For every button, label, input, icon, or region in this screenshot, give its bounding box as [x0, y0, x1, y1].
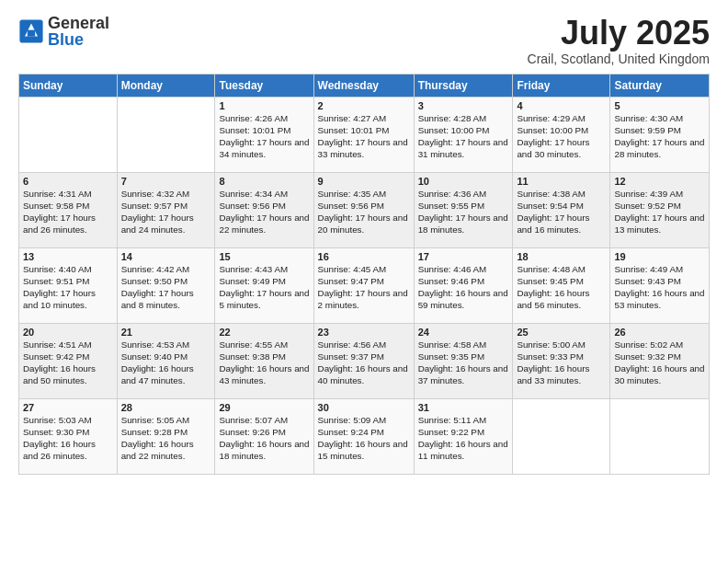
table-row: [610, 398, 710, 474]
day-number: 7: [121, 176, 211, 187]
day-number: 21: [121, 327, 211, 338]
table-row: 22Sunrise: 4:55 AM Sunset: 9:38 PM Dayli…: [215, 323, 313, 398]
table-row: 29Sunrise: 5:07 AM Sunset: 9:26 PM Dayli…: [215, 398, 313, 474]
page: General Blue July 2025 Crail, Scotland, …: [0, 0, 728, 563]
day-number: 8: [219, 176, 309, 187]
calendar-table: Sunday Monday Tuesday Wednesday Thursday…: [18, 74, 710, 475]
table-row: 1Sunrise: 4:26 AM Sunset: 10:01 PM Dayli…: [215, 97, 313, 172]
col-monday: Monday: [117, 74, 215, 97]
day-info: Sunrise: 4:32 AM Sunset: 9:57 PM Dayligh…: [121, 188, 211, 236]
day-info: Sunrise: 4:36 AM Sunset: 9:55 PM Dayligh…: [418, 188, 509, 236]
day-number: 31: [418, 402, 509, 413]
calendar-week-row: 27Sunrise: 5:03 AM Sunset: 9:30 PM Dayli…: [19, 398, 710, 474]
day-number: 12: [614, 176, 705, 187]
logo-blue-text: Blue: [48, 31, 109, 48]
day-info: Sunrise: 4:49 AM Sunset: 9:43 PM Dayligh…: [614, 263, 705, 312]
day-info: Sunrise: 5:07 AM Sunset: 9:26 PM Dayligh…: [219, 414, 309, 463]
day-info: Sunrise: 4:43 AM Sunset: 9:49 PM Dayligh…: [219, 263, 309, 312]
day-info: Sunrise: 5:03 AM Sunset: 9:30 PM Dayligh…: [23, 414, 113, 463]
table-row: 30Sunrise: 5:09 AM Sunset: 9:24 PM Dayli…: [313, 398, 414, 474]
table-row: 16Sunrise: 4:45 AM Sunset: 9:47 PM Dayli…: [313, 247, 414, 323]
col-sunday: Sunday: [19, 74, 118, 97]
table-row: 14Sunrise: 4:42 AM Sunset: 9:50 PM Dayli…: [117, 247, 215, 323]
day-number: 30: [318, 402, 410, 413]
day-number: 11: [517, 176, 606, 187]
table-row: 24Sunrise: 4:58 AM Sunset: 9:35 PM Dayli…: [414, 323, 513, 398]
day-info: Sunrise: 5:02 AM Sunset: 9:32 PM Dayligh…: [614, 339, 705, 387]
day-number: 22: [219, 327, 309, 338]
col-thursday: Thursday: [414, 74, 513, 97]
calendar-week-row: 13Sunrise: 4:40 AM Sunset: 9:51 PM Dayli…: [19, 247, 710, 323]
day-info: Sunrise: 5:05 AM Sunset: 9:28 PM Dayligh…: [121, 414, 211, 463]
day-number: 2: [318, 100, 410, 111]
table-row: 15Sunrise: 4:43 AM Sunset: 9:49 PM Dayli…: [215, 247, 313, 323]
logo-icon: [18, 18, 44, 44]
day-info: Sunrise: 4:45 AM Sunset: 9:47 PM Dayligh…: [318, 263, 410, 312]
col-wednesday: Wednesday: [313, 74, 414, 97]
table-row: 9Sunrise: 4:35 AM Sunset: 9:56 PM Daylig…: [313, 172, 414, 247]
day-info: Sunrise: 4:26 AM Sunset: 10:01 PM Daylig…: [219, 112, 309, 161]
day-number: 16: [318, 251, 410, 262]
day-info: Sunrise: 5:11 AM Sunset: 9:22 PM Dayligh…: [418, 414, 509, 463]
day-info: Sunrise: 4:55 AM Sunset: 9:38 PM Dayligh…: [219, 339, 309, 387]
day-info: Sunrise: 4:27 AM Sunset: 10:01 PM Daylig…: [318, 112, 410, 161]
table-row: 2Sunrise: 4:27 AM Sunset: 10:01 PM Dayli…: [313, 97, 414, 172]
day-number: 9: [318, 176, 410, 187]
table-row: 23Sunrise: 4:56 AM Sunset: 9:37 PM Dayli…: [313, 323, 414, 398]
table-row: 6Sunrise: 4:31 AM Sunset: 9:58 PM Daylig…: [19, 172, 118, 247]
day-number: 19: [614, 251, 705, 262]
table-row: 3Sunrise: 4:28 AM Sunset: 10:00 PM Dayli…: [414, 97, 513, 172]
day-number: 17: [418, 251, 509, 262]
day-number: 5: [614, 100, 705, 111]
table-row: 5Sunrise: 4:30 AM Sunset: 9:59 PM Daylig…: [610, 97, 710, 172]
day-number: 29: [219, 402, 309, 413]
table-row: 18Sunrise: 4:48 AM Sunset: 9:45 PM Dayli…: [513, 247, 610, 323]
table-row: 17Sunrise: 4:46 AM Sunset: 9:46 PM Dayli…: [414, 247, 513, 323]
day-info: Sunrise: 4:38 AM Sunset: 9:54 PM Dayligh…: [517, 188, 606, 236]
day-number: 24: [418, 327, 509, 338]
day-info: Sunrise: 4:35 AM Sunset: 9:56 PM Dayligh…: [318, 188, 410, 236]
logo: General Blue: [18, 15, 109, 48]
col-tuesday: Tuesday: [215, 74, 313, 97]
day-info: Sunrise: 4:30 AM Sunset: 9:59 PM Dayligh…: [614, 112, 705, 161]
day-number: 10: [418, 176, 509, 187]
day-info: Sunrise: 4:39 AM Sunset: 9:52 PM Dayligh…: [614, 188, 705, 236]
table-row: 10Sunrise: 4:36 AM Sunset: 9:55 PM Dayli…: [414, 172, 513, 247]
day-info: Sunrise: 4:53 AM Sunset: 9:40 PM Dayligh…: [121, 339, 211, 387]
table-row: 13Sunrise: 4:40 AM Sunset: 9:51 PM Dayli…: [19, 247, 118, 323]
day-info: Sunrise: 4:58 AM Sunset: 9:35 PM Dayligh…: [418, 339, 509, 387]
table-row: 12Sunrise: 4:39 AM Sunset: 9:52 PM Dayli…: [610, 172, 710, 247]
day-info: Sunrise: 4:29 AM Sunset: 10:00 PM Daylig…: [517, 112, 606, 161]
day-info: Sunrise: 4:51 AM Sunset: 9:42 PM Dayligh…: [23, 339, 113, 387]
table-row: 20Sunrise: 4:51 AM Sunset: 9:42 PM Dayli…: [19, 323, 118, 398]
day-info: Sunrise: 4:34 AM Sunset: 9:56 PM Dayligh…: [219, 188, 309, 236]
day-number: 23: [318, 327, 410, 338]
day-number: 13: [23, 251, 113, 262]
logo-general-text: General: [48, 15, 109, 31]
table-row: 28Sunrise: 5:05 AM Sunset: 9:28 PM Dayli…: [117, 398, 215, 474]
day-info: Sunrise: 4:48 AM Sunset: 9:45 PM Dayligh…: [517, 263, 606, 312]
table-row: 26Sunrise: 5:02 AM Sunset: 9:32 PM Dayli…: [610, 323, 710, 398]
day-info: Sunrise: 5:09 AM Sunset: 9:24 PM Dayligh…: [318, 414, 410, 463]
day-number: 4: [517, 100, 606, 111]
day-info: Sunrise: 4:28 AM Sunset: 10:00 PM Daylig…: [418, 112, 509, 161]
day-info: Sunrise: 4:40 AM Sunset: 9:51 PM Dayligh…: [23, 263, 113, 312]
table-row: [19, 97, 118, 172]
day-info: Sunrise: 4:42 AM Sunset: 9:50 PM Dayligh…: [121, 263, 211, 312]
day-number: 6: [23, 176, 113, 187]
calendar-week-row: 6Sunrise: 4:31 AM Sunset: 9:58 PM Daylig…: [19, 172, 710, 247]
table-row: 21Sunrise: 4:53 AM Sunset: 9:40 PM Dayli…: [117, 323, 215, 398]
header: General Blue July 2025 Crail, Scotland, …: [18, 15, 710, 66]
table-row: 25Sunrise: 5:00 AM Sunset: 9:33 PM Dayli…: [513, 323, 610, 398]
day-number: 15: [219, 251, 309, 262]
day-info: Sunrise: 4:31 AM Sunset: 9:58 PM Dayligh…: [23, 188, 113, 236]
day-number: 20: [23, 327, 113, 338]
table-row: 31Sunrise: 5:11 AM Sunset: 9:22 PM Dayli…: [414, 398, 513, 474]
day-info: Sunrise: 5:00 AM Sunset: 9:33 PM Dayligh…: [517, 339, 606, 387]
calendar-week-row: 20Sunrise: 4:51 AM Sunset: 9:42 PM Dayli…: [19, 323, 710, 398]
table-row: 4Sunrise: 4:29 AM Sunset: 10:00 PM Dayli…: [513, 97, 610, 172]
day-number: 18: [517, 251, 606, 262]
col-friday: Friday: [513, 74, 610, 97]
day-number: 14: [121, 251, 211, 262]
table-row: 7Sunrise: 4:32 AM Sunset: 9:57 PM Daylig…: [117, 172, 215, 247]
